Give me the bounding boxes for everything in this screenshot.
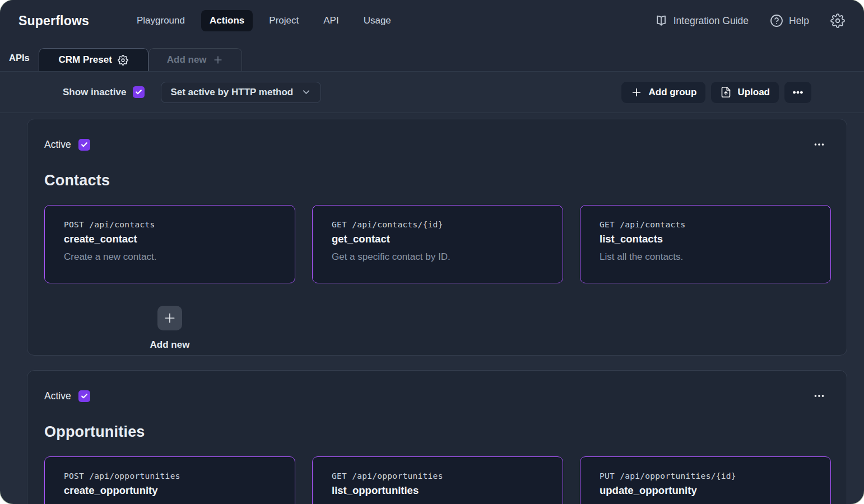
nav-item-playground[interactable]: Playground (128, 10, 193, 31)
integration-guide-link[interactable]: Integration Guide (654, 14, 749, 27)
gear-icon (830, 13, 845, 28)
main-nav: Playground Actions Project API Usage (128, 10, 400, 31)
api-path: /api/opportunities (89, 472, 180, 480)
checkbox-check-icon (135, 88, 142, 96)
action-name: list_opportunities (332, 484, 544, 497)
api-path: /api/contacts/{id} (352, 220, 443, 229)
plus-icon (162, 311, 177, 325)
top-nav-right: Integration Guide Help (654, 13, 845, 28)
add-action-button[interactable] (157, 306, 182, 330)
ellipsis-icon (812, 389, 826, 403)
upload-label: Upload (737, 87, 770, 98)
show-inactive-label: Show inactive (63, 87, 126, 98)
toolbar-buttons: Add group Upload (621, 82, 811, 103)
apis-label: APIs (9, 49, 30, 63)
upload-button[interactable]: Upload (711, 82, 779, 103)
http-method: POST (64, 472, 84, 480)
ellipsis-icon (792, 86, 804, 99)
action-card-get-contact[interactable]: GET /api/contacts/{id} get_contact Get a… (312, 205, 563, 283)
action-card-update-opportunity[interactable]: PUT /api/opportunities/{id} update_oppor… (580, 456, 831, 504)
settings-button[interactable] (830, 13, 845, 28)
actions-grid: POST /api/contacts create_contact Create… (44, 205, 830, 283)
tab-crm-preset[interactable]: CRM Preset (39, 48, 148, 71)
integration-guide-label: Integration Guide (673, 15, 749, 27)
http-method: POST (64, 220, 84, 229)
http-method: GET (600, 220, 615, 229)
action-method-path: GET /api/opportunities (332, 472, 544, 480)
http-method: PUT (600, 472, 615, 480)
action-card-create-opportunity[interactable]: POST /api/opportunities create_opportuni… (44, 456, 295, 504)
action-description: Create a new contact. (64, 251, 276, 263)
gear-icon[interactable] (118, 55, 128, 66)
group-active-toggle: Active (44, 390, 90, 402)
group-active-label: Active (44, 390, 71, 402)
help-label: Help (789, 15, 809, 27)
tab-add-new-label: Add new (167, 54, 207, 66)
group-title: Opportunities (44, 423, 830, 441)
actions-toolbar: Show inactive Set active by HTTP method … (0, 72, 864, 113)
api-tab-bar: APIs CRM Preset Add new (0, 41, 864, 72)
action-description: List all the contacts. (600, 251, 811, 263)
chevron-down-icon (301, 87, 312, 97)
action-card-list-opportunities[interactable]: GET /api/opportunities list_opportunitie… (312, 456, 563, 504)
action-method-path: POST /api/opportunities (64, 472, 276, 480)
group-active-toggle: Active (44, 139, 90, 151)
brand-logo[interactable]: Superflows (18, 13, 89, 29)
dropdown-value: Set active by HTTP method (170, 87, 293, 98)
action-description: Get a specific contact by ID. (332, 251, 544, 263)
help-link[interactable]: Help (770, 14, 809, 27)
top-navigation-bar: Superflows Playground Actions Project AP… (0, 0, 864, 41)
show-inactive-checkbox[interactable] (133, 86, 145, 98)
api-path: /api/opportunities (352, 472, 443, 480)
plus-icon (630, 86, 643, 99)
plus-icon (212, 54, 224, 66)
actions-grid: POST /api/opportunities create_opportuni… (44, 456, 830, 504)
help-circle-icon (770, 14, 783, 27)
tab-add-new-api[interactable]: Add new (148, 48, 242, 71)
add-action-label: Add new (150, 339, 190, 351)
checkbox-check-icon (81, 141, 88, 148)
action-group-contacts: Active Contacts (27, 119, 847, 356)
add-group-label: Add group (648, 87, 696, 98)
group-menu-button[interactable] (809, 134, 830, 155)
group-active-checkbox[interactable] (78, 139, 90, 151)
more-options-button[interactable] (784, 82, 811, 103)
group-menu-button[interactable] (809, 385, 830, 407)
file-upload-icon (720, 86, 732, 98)
action-method-path: GET /api/contacts/{id} (332, 220, 544, 229)
action-group-opportunities: Active Opportunities (27, 370, 847, 504)
nav-item-api[interactable]: API (315, 10, 347, 31)
nav-item-actions[interactable]: Actions (201, 10, 253, 31)
group-active-label: Active (44, 139, 71, 151)
action-method-path: POST /api/contacts (64, 220, 276, 229)
add-group-button[interactable]: Add group (621, 82, 705, 103)
action-name: create_contact (64, 233, 276, 245)
set-active-by-method-dropdown[interactable]: Set active by HTTP method (161, 82, 321, 103)
action-name: update_opportunity (600, 484, 811, 497)
action-method-path: PUT /api/opportunities/{id} (600, 472, 811, 480)
http-method: GET (332, 220, 347, 229)
action-groups-list: Active Contacts (0, 113, 864, 504)
action-name: list_contacts (600, 233, 811, 245)
http-method: GET (332, 472, 347, 480)
action-card-create-contact[interactable]: POST /api/contacts create_contact Create… (44, 205, 295, 283)
api-path: /api/contacts (620, 220, 685, 229)
action-method-path: GET /api/contacts (600, 220, 811, 229)
group-title: Contacts (44, 172, 830, 189)
book-icon (654, 14, 668, 27)
nav-item-usage[interactable]: Usage (355, 10, 400, 31)
tab-crm-preset-label: CRM Preset (58, 54, 112, 66)
show-inactive-control: Show inactive (63, 86, 145, 98)
action-name: create_opportunity (64, 484, 276, 497)
group-active-checkbox[interactable] (78, 390, 90, 402)
checkbox-check-icon (81, 393, 88, 400)
api-path: /api/opportunities/{id} (620, 472, 736, 480)
superflows-app-window: Superflows Playground Actions Project AP… (0, 0, 864, 504)
add-action-control: Add new (44, 306, 295, 351)
api-path: /api/contacts (89, 220, 155, 229)
nav-item-project[interactable]: Project (261, 10, 307, 31)
ellipsis-icon (812, 137, 826, 152)
action-card-list-contacts[interactable]: GET /api/contacts list_contacts List all… (580, 205, 831, 283)
action-name: get_contact (332, 233, 544, 245)
group-header: Active (44, 134, 830, 155)
